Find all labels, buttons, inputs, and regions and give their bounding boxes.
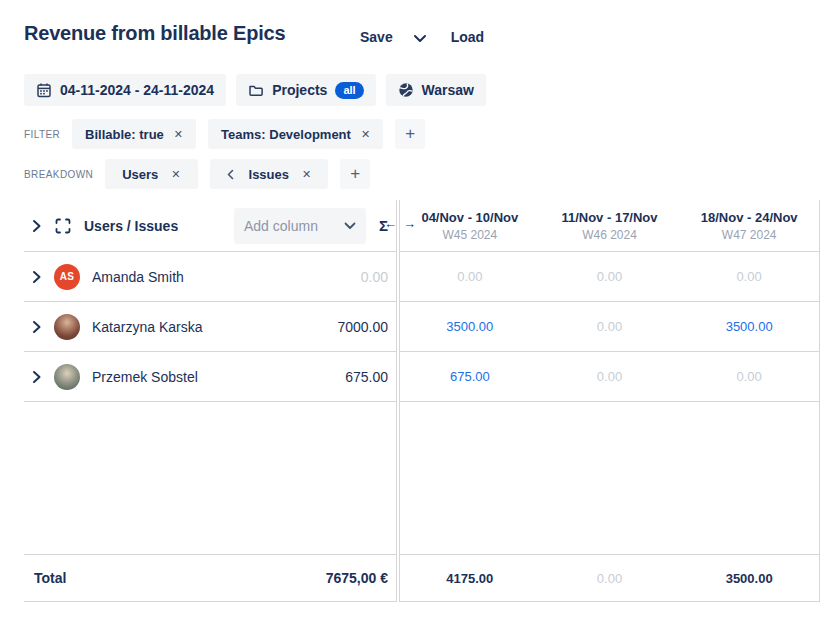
folder-icon: [248, 82, 264, 98]
user-name: Amanda Smith: [92, 269, 184, 285]
total-label: Total: [34, 570, 66, 586]
week-number-label: W46 2024: [582, 228, 637, 242]
week-column-header: 04/Nov - 10/Nov W45 2024: [400, 200, 540, 251]
arrow-right-icon: →: [403, 216, 416, 231]
cell-value: 0.00: [737, 369, 762, 384]
total-row-left: Total 7675,00 €: [24, 554, 396, 602]
filter-row-label: FILTER: [24, 129, 60, 140]
value-row: 0.00 0.00 0.00: [400, 252, 819, 302]
week-column-header: 18/Nov - 24/Nov W47 2024: [679, 200, 819, 251]
row-total: 7000.00: [337, 319, 388, 335]
avatar: [54, 314, 80, 340]
grand-total-value: 7675,00 €: [326, 570, 388, 586]
projects-all-badge: all: [335, 82, 363, 99]
column-total: 4175.00: [446, 571, 493, 586]
table-empty-area: [24, 402, 396, 554]
row-expand-chevron-icon[interactable]: [32, 270, 42, 284]
avatar: AS: [54, 264, 80, 290]
breakdown-row: BREAKDOWN Users ✕ Issues ✕ +: [24, 159, 370, 189]
user-name: Przemek Sobstel: [92, 369, 198, 385]
close-icon[interactable]: ✕: [302, 168, 311, 181]
date-range-button[interactable]: 04-11-2024 - 24-11-2024: [24, 74, 226, 106]
report-page: Revenue from billable Epics Save Load: [0, 0, 824, 626]
week-number-label: W47 2024: [722, 228, 777, 242]
breakdown-title: Users / Issues: [84, 218, 178, 234]
value-row: 3500.00 0.00 3500.00: [400, 302, 819, 352]
add-column-placeholder: Add column: [244, 218, 318, 234]
add-column-select[interactable]: Add column: [234, 208, 366, 244]
breakdown-row-label: BREAKDOWN: [24, 169, 93, 180]
filter-chip-teams[interactable]: Teams: Development ✕: [208, 119, 383, 149]
filter-chip-billable[interactable]: Billable: true ✕: [72, 119, 196, 149]
week-column-header: 11/Nov - 17/Nov W46 2024: [540, 200, 680, 251]
week-number-label: W45 2024: [442, 228, 497, 242]
calendar-icon: [36, 82, 52, 98]
user-name: Katarzyna Karska: [92, 319, 203, 335]
cell-value: 0.00: [597, 319, 622, 334]
save-button[interactable]: Save: [360, 29, 393, 45]
row-total: 675.00: [345, 369, 388, 385]
save-load-group: Save Load: [360, 29, 484, 45]
cell-value: 0.00: [597, 369, 622, 384]
add-filter-button[interactable]: +: [395, 119, 425, 149]
chevron-down-icon: [344, 222, 356, 230]
table-corner-header: Users / Issues Add column Σ: [24, 200, 396, 252]
table-row[interactable]: Przemek Sobstel 675.00: [24, 352, 396, 402]
column-resize-handle[interactable]: ← →: [381, 216, 419, 231]
week-columns-header: 04/Nov - 10/Nov W45 2024 11/Nov - 17/Nov…: [400, 200, 819, 252]
chevron-down-icon: [413, 34, 427, 43]
toolbar: 04-11-2024 - 24-11-2024 Projects all War…: [24, 74, 486, 106]
row-expand-chevron-icon[interactable]: [32, 320, 42, 334]
projects-button[interactable]: Projects all: [236, 74, 375, 106]
breakdown-chip-label: Users: [122, 167, 158, 182]
table-row[interactable]: Katarzyna Karska 7000.00: [24, 302, 396, 352]
cell-value-link[interactable]: 3500.00: [446, 319, 493, 334]
avatar: [54, 364, 80, 390]
save-menu-button[interactable]: [413, 34, 427, 43]
projects-label: Projects: [272, 82, 327, 98]
expand-fullscreen-icon[interactable]: [55, 218, 71, 234]
cell-value-link[interactable]: 675.00: [450, 369, 490, 384]
page-title: Revenue from billable Epics: [24, 22, 285, 45]
location-button[interactable]: Warsaw: [386, 74, 486, 106]
week-range-label: 04/Nov - 10/Nov: [421, 210, 518, 225]
chevron-left-icon[interactable]: [227, 169, 234, 180]
arrow-left-icon: ←: [384, 216, 397, 231]
add-breakdown-button[interactable]: +: [340, 159, 370, 189]
close-icon[interactable]: ✕: [174, 128, 183, 141]
table-row[interactable]: AS Amanda Smith 0.00: [24, 252, 396, 302]
table-empty-area: [400, 402, 819, 554]
row-expand-chevron-icon[interactable]: [32, 370, 42, 384]
expand-all-chevron-icon[interactable]: [32, 219, 42, 233]
table-left-pane: Users / Issues Add column Σ AS Amanda Sm…: [24, 200, 397, 602]
week-range-label: 18/Nov - 24/Nov: [701, 210, 798, 225]
cell-value: 0.00: [457, 269, 482, 284]
load-button[interactable]: Load: [451, 29, 484, 45]
location-label: Warsaw: [422, 82, 474, 98]
column-total: 3500.00: [726, 571, 773, 586]
filter-row: FILTER Billable: true ✕ Teams: Developme…: [24, 119, 425, 149]
filter-chip-label: Teams: Development: [221, 127, 351, 142]
filter-chip-label: Billable: true: [85, 127, 164, 142]
breakdown-chip-issues[interactable]: Issues ✕: [210, 159, 329, 189]
breakdown-chip-label: Issues: [249, 167, 289, 182]
close-icon[interactable]: ✕: [171, 168, 180, 181]
value-row: 675.00 0.00 0.00: [400, 352, 819, 402]
table-values-pane: 04/Nov - 10/Nov W45 2024 11/Nov - 17/Nov…: [399, 200, 820, 602]
column-total: 0.00: [597, 571, 622, 586]
breakdown-chip-users[interactable]: Users ✕: [105, 159, 197, 189]
cell-value: 0.00: [737, 269, 762, 284]
week-range-label: 11/Nov - 17/Nov: [561, 210, 657, 225]
globe-icon: [398, 82, 414, 98]
row-total: 0.00: [361, 269, 388, 285]
total-row-values: 4175.00 0.00 3500.00: [400, 554, 819, 602]
close-icon[interactable]: ✕: [361, 128, 370, 141]
cell-value: 0.00: [597, 269, 622, 284]
cell-value-link[interactable]: 3500.00: [726, 319, 773, 334]
date-range-label: 04-11-2024 - 24-11-2024: [60, 82, 214, 98]
